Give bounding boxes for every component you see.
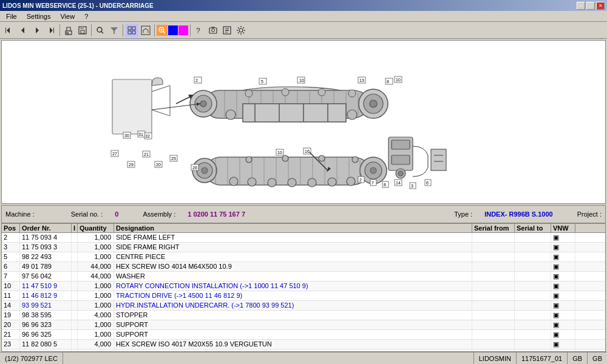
table-row[interactable]: 20 96 96 323 1,000 SUPPORT ▣ — [2, 320, 605, 330]
table-row[interactable]: 23 11 82 080 5 4,000 HEX SCREW ISO 4017 … — [2, 340, 605, 349]
cell-qty: 1,000 — [78, 330, 114, 339]
type-label: Type : — [454, 211, 472, 218]
cell-serial-to — [515, 291, 551, 300]
grid-button[interactable] — [125, 24, 138, 37]
cell-desc: SIDE FRAME LEFT — [114, 233, 472, 242]
svg-point-66 — [370, 167, 376, 174]
cell-vnw: ▣ — [551, 262, 575, 271]
export-button[interactable] — [220, 24, 234, 37]
close-button[interactable]: ✕ — [596, 2, 605, 10]
color-button-magenta[interactable] — [178, 25, 188, 35]
cell-pos: 24 — [2, 349, 20, 351]
serial-value: 0 — [115, 211, 118, 218]
print-button[interactable] — [62, 24, 75, 37]
svg-text:2: 2 — [359, 178, 362, 182]
svg-text:6: 6 — [426, 181, 429, 185]
diagram-button[interactable] — [139, 24, 152, 37]
table-row[interactable]: 11 11 46 812 9 1,000 TRACTION DRIVE (->1… — [2, 291, 605, 301]
maximize-button[interactable]: □ — [586, 2, 595, 10]
camera-button[interactable] — [206, 24, 220, 37]
svg-point-52 — [200, 101, 206, 107]
cell-serial-from — [472, 252, 515, 261]
toolbar-sep-2 — [91, 24, 92, 36]
cell-pos: 5 — [2, 252, 20, 261]
table-row[interactable]: 6 49 01 789 44,000 HEX SCREW ISO 4014 M6… — [2, 262, 605, 272]
cell-desc: CENTRE PIECE — [114, 252, 472, 261]
table-row[interactable]: 14 93 99 521 1,000 HYDR.INSTALLATION UND… — [2, 301, 605, 311]
col-vnw: VNW — [551, 224, 575, 232]
cell-serial-from — [472, 272, 515, 281]
cell-serial-to — [515, 243, 551, 252]
nav-last-button[interactable] — [44, 24, 58, 37]
table-row[interactable]: 19 98 38 595 4,000 STOPPER ▣ — [2, 311, 605, 320]
svg-rect-94 — [243, 104, 346, 122]
cell-vnw: ▣ — [551, 281, 575, 291]
cell-vnw: ▣ — [551, 272, 575, 281]
menu-view[interactable]: View — [55, 12, 80, 21]
toolbar: ? — [0, 22, 607, 39]
cell-qty: 1,000 — [78, 291, 114, 300]
cell-order: 97 56 042 — [20, 272, 72, 281]
cell-desc: WASHER 20.5/34X5 — [114, 349, 472, 351]
settings-button[interactable] — [234, 24, 248, 37]
menu-file[interactable]: File — [1, 12, 22, 21]
cell-pos: 11 — [2, 291, 20, 300]
svg-rect-9 — [128, 27, 131, 30]
table-body: 2 11 75 093 4 1,000 SIDE FRAME LEFT ▣ 3 … — [2, 233, 605, 351]
status-serial: 11751677_01 — [517, 352, 568, 364]
svg-rect-10 — [132, 27, 135, 30]
help-button[interactable]: ? — [192, 24, 206, 37]
cell-pos: 14 — [2, 301, 20, 310]
nav-prev-button[interactable] — [16, 24, 30, 37]
table-row[interactable]: 3 11 75 093 3 1,000 SIDE FRAME RIGHT ▣ — [2, 243, 605, 252]
table-row[interactable]: 21 96 96 325 1,000 SUPPORT ▣ — [2, 330, 605, 340]
svg-point-20 — [212, 29, 215, 32]
svg-point-62 — [318, 89, 325, 96]
cell-pos: 23 — [2, 340, 20, 349]
table-row[interactable]: 7 97 56 042 44,000 WASHER ▣ — [2, 272, 605, 281]
nav-next-button[interactable] — [30, 24, 44, 37]
cell-pos: 6 — [2, 262, 20, 271]
cell-qty: 1,000 — [78, 252, 114, 261]
table-row[interactable]: 2 11 75 093 4 1,000 SIDE FRAME LEFT ▣ — [2, 233, 605, 243]
cell-pos: 19 — [2, 311, 20, 320]
search-button[interactable] — [93, 24, 107, 37]
svg-point-59 — [347, 110, 357, 120]
color-button-blue[interactable] — [168, 25, 178, 35]
cell-serial-from — [472, 320, 515, 329]
svg-text:13: 13 — [359, 78, 364, 83]
cell-serial-to — [515, 233, 551, 242]
menu-settings[interactable]: Settings — [22, 12, 56, 21]
svg-point-49 — [370, 100, 377, 107]
info-bar: Machine : Serial no. : 0 Assembly : 1 02… — [1, 205, 606, 223]
col-qty: Quantity — [78, 224, 114, 232]
status-app-name: LIDOSMIN — [474, 352, 517, 364]
filter-button[interactable] — [107, 24, 121, 37]
machine-label: Machine : — [5, 211, 35, 218]
svg-point-60 — [245, 90, 253, 97]
cell-pos: 10 — [2, 281, 20, 291]
cell-vnw: ▣ — [551, 301, 575, 310]
svg-text:32: 32 — [145, 134, 150, 138]
minimize-button[interactable]: ─ — [577, 2, 585, 10]
svg-text:30: 30 — [124, 133, 129, 138]
window-title: LIDOS MIN WEBSERVICE (25-1) - UNDERCARRI… — [2, 2, 154, 9]
table-row[interactable]: 5 98 22 493 1,000 CENTRE PIECE ▣ — [2, 252, 605, 262]
parts-table: Pos Order Nr. I Quantity Designation Ser… — [1, 223, 606, 352]
cell-desc: HEX SCREW ISO 4017 M20X55 10.9 VERGUETUN — [114, 340, 472, 349]
svg-text:26: 26 — [192, 166, 197, 170]
cell-order: 11 46 812 9 — [20, 291, 72, 300]
cell-vnw: ▣ — [551, 243, 575, 252]
cell-vnw: ▣ — [551, 291, 575, 300]
save-button[interactable] — [76, 24, 89, 37]
cell-serial-to — [515, 252, 551, 261]
table-row[interactable]: 10 11 47 510 9 1,000 ROTARY CONNECTION I… — [2, 281, 605, 291]
nav-first-button[interactable] — [2, 24, 16, 37]
table-row[interactable]: 24 99 18 229 4,000 WASHER 20.5/34X5 ▣ — [2, 349, 605, 351]
svg-text:27: 27 — [112, 152, 117, 156]
cell-i — [72, 340, 78, 349]
svg-rect-11 — [128, 31, 131, 34]
menu-help[interactable]: ? — [80, 12, 93, 21]
zoom-in-button[interactable] — [157, 25, 168, 36]
svg-point-85 — [268, 178, 276, 187]
